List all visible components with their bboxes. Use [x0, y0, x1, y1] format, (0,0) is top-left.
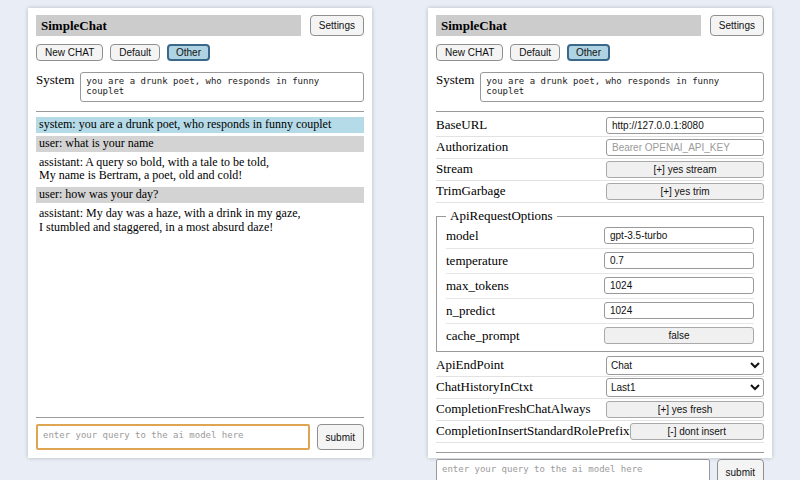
cache-prompt-toggle-button[interactable]: false — [604, 327, 754, 344]
empty-space — [36, 239, 364, 408]
n-predict-input[interactable] — [604, 302, 754, 319]
model-input[interactable] — [604, 227, 754, 244]
api-request-options-legend: ApiRequestOptions — [446, 208, 557, 224]
setting-row-base-url: BaseURL — [436, 115, 764, 137]
new-chat-button[interactable]: New CHAT — [436, 44, 503, 61]
setting-row-chat-history-in-ctxt: ChatHistoryInCtxt Last1 — [436, 377, 764, 399]
session-toolbar: New CHAT Default Other — [436, 44, 764, 61]
temperature-label: temperature — [446, 253, 508, 269]
chat-message-user: user: how was your day? — [36, 187, 364, 203]
divider — [436, 111, 764, 112]
session-other-button[interactable]: Other — [567, 44, 610, 61]
divider — [36, 111, 364, 112]
api-endpoint-label: ApiEndPoint — [436, 357, 504, 373]
chat-header: SimpleChat Settings — [36, 15, 364, 36]
chat-history-in-ctxt-select[interactable]: Last1 — [606, 378, 764, 397]
chat-messages: system: you are a drunk poet, who respon… — [36, 117, 364, 239]
trim-garbage-label: TrimGarbage — [436, 183, 506, 199]
submit-button[interactable]: submit — [317, 424, 364, 450]
setting-row-model: model — [446, 224, 754, 249]
authorization-label: Authorization — [436, 139, 508, 155]
setting-row-completion-fresh-chat-always: CompletionFreshChatAlways [+] yes fresh — [436, 399, 764, 421]
base-url-input[interactable] — [606, 117, 764, 134]
api-request-options-group: ApiRequestOptions model temperature max_… — [436, 208, 764, 352]
chat-message-system: system: you are a drunk poet, who respon… — [36, 117, 364, 133]
chat-message-user: user: what is your name — [36, 136, 364, 152]
chat-message-assistant: assistant: A query so bold, with a tale … — [36, 155, 364, 185]
setting-row-trim-garbage: TrimGarbage [+] yes trim — [436, 181, 764, 203]
session-other-button[interactable]: Other — [167, 44, 210, 61]
max-tokens-label: max_tokens — [446, 278, 509, 294]
system-prompt-row: System you are a drunk poet, who respond… — [436, 72, 764, 102]
settings-panel: SimpleChat Settings New CHAT Default Oth… — [428, 8, 772, 458]
query-input[interactable] — [36, 424, 310, 450]
divider — [36, 417, 364, 418]
system-prompt-input[interactable]: you are a drunk poet, who responds in fu… — [480, 72, 764, 102]
submit-button[interactable]: submit — [717, 459, 764, 480]
setting-row-n-predict: n_predict — [446, 299, 754, 324]
setting-row-stream: Stream [+] yes stream — [436, 159, 764, 181]
session-default-button[interactable]: Default — [110, 44, 160, 61]
chat-message-assistant: assistant: My day was a haze, with a dri… — [36, 206, 364, 236]
query-row: submit — [436, 459, 764, 480]
settings-header: SimpleChat Settings — [436, 15, 764, 36]
query-row: submit — [36, 424, 364, 450]
settings-button[interactable]: Settings — [310, 15, 364, 36]
system-label: System — [36, 72, 74, 88]
n-predict-label: n_predict — [446, 303, 495, 319]
stream-toggle-button[interactable]: [+] yes stream — [606, 161, 764, 178]
completion-insert-role-prefix-toggle-button[interactable]: [-] dont insert — [630, 423, 764, 440]
setting-row-authorization: Authorization — [436, 137, 764, 159]
cache-prompt-label: cache_prompt — [446, 328, 520, 344]
setting-row-completion-insert-standard-role-prefix: CompletionInsertStandardRolePrefix [-] d… — [436, 421, 764, 443]
trim-garbage-toggle-button[interactable]: [+] yes trim — [606, 183, 764, 200]
stream-label: Stream — [436, 161, 473, 177]
system-prompt-row: System you are a drunk poet, who respond… — [36, 72, 364, 102]
divider — [436, 452, 764, 453]
setting-row-temperature: temperature — [446, 249, 754, 274]
max-tokens-input[interactable] — [604, 277, 754, 294]
query-input[interactable] — [436, 459, 710, 480]
temperature-input[interactable] — [604, 252, 754, 269]
base-url-label: BaseURL — [436, 117, 487, 133]
chat-history-in-ctxt-label: ChatHistoryInCtxt — [436, 379, 533, 395]
app-title: SimpleChat — [436, 15, 701, 36]
system-prompt-input[interactable]: you are a drunk poet, who responds in fu… — [80, 72, 364, 102]
completion-fresh-chat-always-label: CompletionFreshChatAlways — [436, 401, 591, 417]
settings-button[interactable]: Settings — [710, 15, 764, 36]
system-label: System — [436, 72, 474, 88]
app-title: SimpleChat — [36, 15, 301, 36]
authorization-input[interactable] — [606, 139, 764, 156]
setting-row-api-endpoint: ApiEndPoint Chat — [436, 355, 764, 377]
model-label: model — [446, 228, 479, 244]
new-chat-button[interactable]: New CHAT — [36, 44, 103, 61]
session-default-button[interactable]: Default — [510, 44, 560, 61]
setting-row-max-tokens: max_tokens — [446, 274, 754, 299]
completion-fresh-chat-toggle-button[interactable]: [+] yes fresh — [606, 401, 764, 418]
chat-panel: SimpleChat Settings New CHAT Default Oth… — [28, 8, 372, 458]
api-endpoint-select[interactable]: Chat — [606, 356, 764, 375]
completion-insert-standard-role-prefix-label: CompletionInsertStandardRolePrefix — [436, 423, 630, 439]
setting-row-cache-prompt: cache_prompt false — [446, 324, 754, 348]
session-toolbar: New CHAT Default Other — [36, 44, 364, 61]
